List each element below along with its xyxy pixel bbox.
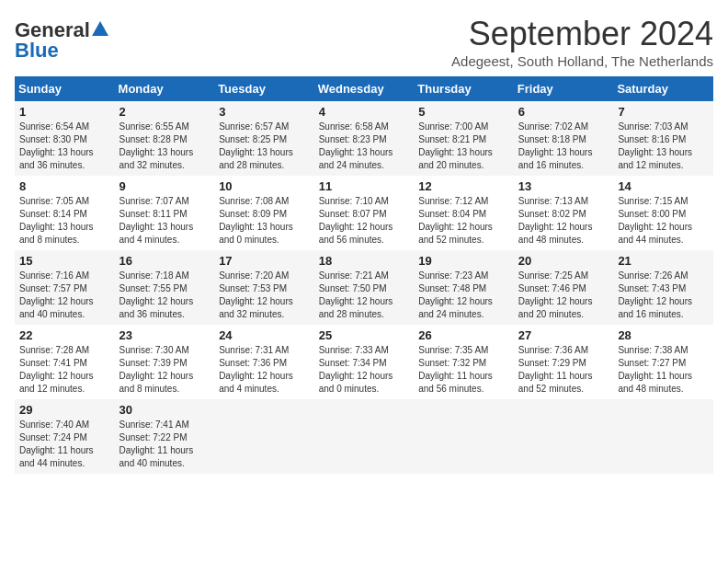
calendar-cell: 20Sunrise: 7:25 AMSunset: 7:46 PMDayligh… xyxy=(514,250,614,325)
day-info: Sunrise: 7:36 AMSunset: 7:29 PMDaylight:… xyxy=(518,344,609,396)
day-number: 17 xyxy=(219,254,310,268)
calendar-cell: 24Sunrise: 7:31 AMSunset: 7:36 PMDayligh… xyxy=(214,325,314,399)
day-number: 4 xyxy=(319,105,410,119)
day-info: Sunrise: 7:07 AMSunset: 8:11 PMDaylight:… xyxy=(119,195,210,247)
day-number: 11 xyxy=(319,179,410,193)
calendar-cell: 27Sunrise: 7:36 AMSunset: 7:29 PMDayligh… xyxy=(514,325,614,399)
day-number: 29 xyxy=(19,403,110,417)
day-info: Sunrise: 7:18 AMSunset: 7:55 PMDaylight:… xyxy=(119,270,210,321)
weekday-header: Tuesday xyxy=(214,76,314,101)
day-info: Sunrise: 7:41 AMSunset: 7:22 PMDaylight:… xyxy=(119,419,210,470)
calendar-cell: 11Sunrise: 7:10 AMSunset: 8:07 PMDayligh… xyxy=(314,176,415,250)
day-number: 27 xyxy=(518,328,609,342)
calendar-cell: 1Sunrise: 6:54 AMSunset: 8:30 PMDaylight… xyxy=(15,101,115,176)
day-number: 13 xyxy=(518,179,609,193)
calendar-cell: 25Sunrise: 7:33 AMSunset: 7:34 PMDayligh… xyxy=(314,325,415,399)
calendar-cell xyxy=(514,399,614,474)
day-info: Sunrise: 7:33 AMSunset: 7:34 PMDaylight:… xyxy=(319,344,410,396)
weekday-header: Friday xyxy=(514,76,614,101)
calendar-cell: 17Sunrise: 7:20 AMSunset: 7:53 PMDayligh… xyxy=(214,250,314,325)
day-number: 20 xyxy=(518,254,609,268)
calendar-cell: 14Sunrise: 7:15 AMSunset: 8:00 PMDayligh… xyxy=(613,176,713,250)
day-info: Sunrise: 7:03 AMSunset: 8:16 PMDaylight:… xyxy=(618,121,709,172)
calendar-cell xyxy=(414,399,514,474)
calendar-cell xyxy=(214,399,314,474)
day-info: Sunrise: 7:08 AMSunset: 8:09 PMDaylight:… xyxy=(219,195,310,247)
day-number: 30 xyxy=(119,403,210,417)
day-number: 1 xyxy=(19,105,110,119)
calendar-cell: 6Sunrise: 7:02 AMSunset: 8:18 PMDaylight… xyxy=(514,101,614,176)
page-header: General Blue September 2024 Adegeest, So… xyxy=(15,15,713,69)
day-info: Sunrise: 7:15 AMSunset: 8:00 PMDaylight:… xyxy=(618,195,709,247)
calendar-cell: 23Sunrise: 7:30 AMSunset: 7:39 PMDayligh… xyxy=(115,325,215,399)
weekday-header: Saturday xyxy=(613,76,713,101)
day-info: Sunrise: 7:20 AMSunset: 7:53 PMDaylight:… xyxy=(219,270,310,321)
logo: General Blue xyxy=(15,18,108,63)
day-info: Sunrise: 7:40 AMSunset: 7:24 PMDaylight:… xyxy=(19,419,110,470)
day-number: 28 xyxy=(618,328,709,342)
day-info: Sunrise: 7:21 AMSunset: 7:50 PMDaylight:… xyxy=(319,270,410,321)
day-number: 24 xyxy=(219,328,310,342)
day-info: Sunrise: 6:58 AMSunset: 8:23 PMDaylight:… xyxy=(319,121,410,172)
day-number: 25 xyxy=(319,328,410,342)
day-info: Sunrise: 7:23 AMSunset: 7:48 PMDaylight:… xyxy=(418,270,509,321)
day-info: Sunrise: 7:38 AMSunset: 7:27 PMDaylight:… xyxy=(618,344,709,396)
day-info: Sunrise: 7:35 AMSunset: 7:32 PMDaylight:… xyxy=(418,344,509,396)
calendar-week-row: 15Sunrise: 7:16 AMSunset: 7:57 PMDayligh… xyxy=(15,250,713,325)
weekday-header: Thursday xyxy=(414,76,514,101)
calendar-cell: 10Sunrise: 7:08 AMSunset: 8:09 PMDayligh… xyxy=(214,176,314,250)
day-info: Sunrise: 7:05 AMSunset: 8:14 PMDaylight:… xyxy=(19,195,110,247)
calendar-cell: 29Sunrise: 7:40 AMSunset: 7:24 PMDayligh… xyxy=(15,399,115,474)
calendar-cell: 30Sunrise: 7:41 AMSunset: 7:22 PMDayligh… xyxy=(115,399,215,474)
day-info: Sunrise: 7:16 AMSunset: 7:57 PMDaylight:… xyxy=(19,270,110,321)
day-info: Sunrise: 6:57 AMSunset: 8:25 PMDaylight:… xyxy=(219,121,310,172)
calendar-cell: 26Sunrise: 7:35 AMSunset: 7:32 PMDayligh… xyxy=(414,325,514,399)
calendar-header-row: SundayMondayTuesdayWednesdayThursdayFrid… xyxy=(15,76,713,101)
calendar-cell xyxy=(314,399,415,474)
day-info: Sunrise: 7:13 AMSunset: 8:02 PMDaylight:… xyxy=(518,195,609,247)
weekday-header: Wednesday xyxy=(314,76,415,101)
location-title: Adegeest, South Holland, The Netherlands xyxy=(451,53,713,69)
day-number: 15 xyxy=(19,254,110,268)
calendar-week-row: 1Sunrise: 6:54 AMSunset: 8:30 PMDaylight… xyxy=(15,101,713,176)
day-info: Sunrise: 7:30 AMSunset: 7:39 PMDaylight:… xyxy=(119,344,210,396)
calendar-cell: 4Sunrise: 6:58 AMSunset: 8:23 PMDaylight… xyxy=(314,101,415,176)
calendar-week-row: 8Sunrise: 7:05 AMSunset: 8:14 PMDaylight… xyxy=(15,176,713,250)
calendar-cell: 5Sunrise: 7:00 AMSunset: 8:21 PMDaylight… xyxy=(414,101,514,176)
title-area: September 2024 Adegeest, South Holland, … xyxy=(451,15,713,69)
day-number: 23 xyxy=(119,328,210,342)
logo-blue-text: Blue xyxy=(15,39,59,63)
day-number: 7 xyxy=(618,105,709,119)
calendar-cell: 16Sunrise: 7:18 AMSunset: 7:55 PMDayligh… xyxy=(115,250,215,325)
day-number: 19 xyxy=(418,254,509,268)
calendar-cell: 3Sunrise: 6:57 AMSunset: 8:25 PMDaylight… xyxy=(214,101,314,176)
day-number: 12 xyxy=(418,179,509,193)
day-number: 18 xyxy=(319,254,410,268)
calendar-cell: 18Sunrise: 7:21 AMSunset: 7:50 PMDayligh… xyxy=(314,250,415,325)
calendar-cell: 13Sunrise: 7:13 AMSunset: 8:02 PMDayligh… xyxy=(514,176,614,250)
day-number: 5 xyxy=(418,105,509,119)
calendar-cell: 19Sunrise: 7:23 AMSunset: 7:48 PMDayligh… xyxy=(414,250,514,325)
day-number: 10 xyxy=(219,179,310,193)
calendar-cell: 9Sunrise: 7:07 AMSunset: 8:11 PMDaylight… xyxy=(115,176,215,250)
day-info: Sunrise: 6:55 AMSunset: 8:28 PMDaylight:… xyxy=(119,121,210,172)
day-number: 22 xyxy=(19,328,110,342)
day-number: 2 xyxy=(119,105,210,119)
day-number: 21 xyxy=(618,254,709,268)
month-title: September 2024 xyxy=(451,15,713,53)
day-info: Sunrise: 7:31 AMSunset: 7:36 PMDaylight:… xyxy=(219,344,310,396)
day-info: Sunrise: 7:02 AMSunset: 8:18 PMDaylight:… xyxy=(518,121,609,172)
calendar-cell: 28Sunrise: 7:38 AMSunset: 7:27 PMDayligh… xyxy=(613,325,713,399)
calendar-week-row: 29Sunrise: 7:40 AMSunset: 7:24 PMDayligh… xyxy=(15,399,713,474)
day-info: Sunrise: 7:12 AMSunset: 8:04 PMDaylight:… xyxy=(418,195,509,247)
day-number: 14 xyxy=(618,179,709,193)
calendar-cell: 22Sunrise: 7:28 AMSunset: 7:41 PMDayligh… xyxy=(15,325,115,399)
day-number: 8 xyxy=(19,179,110,193)
day-number: 9 xyxy=(119,179,210,193)
day-info: Sunrise: 7:25 AMSunset: 7:46 PMDaylight:… xyxy=(518,270,609,321)
day-info: Sunrise: 7:10 AMSunset: 8:07 PMDaylight:… xyxy=(319,195,410,247)
day-info: Sunrise: 6:54 AMSunset: 8:30 PMDaylight:… xyxy=(19,121,110,172)
calendar-cell xyxy=(613,399,713,474)
day-number: 26 xyxy=(418,328,509,342)
day-info: Sunrise: 7:28 AMSunset: 7:41 PMDaylight:… xyxy=(19,344,110,396)
